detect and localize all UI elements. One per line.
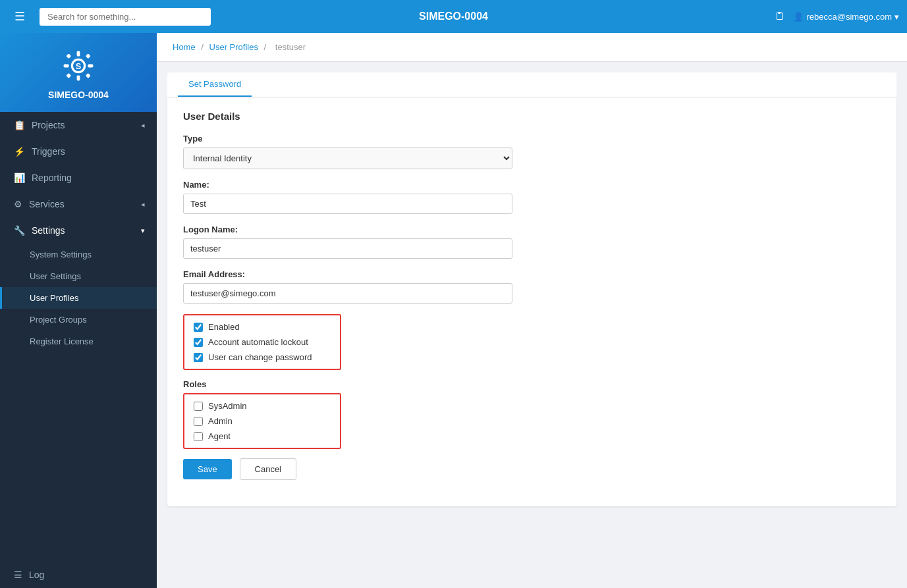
content-area: Home / User Profiles / testuser Set Pass… <box>157 33 907 588</box>
user-change-password-checkbox[interactable] <box>194 353 203 362</box>
sidebar-sub-user-settings[interactable]: User Settings <box>0 265 157 287</box>
svg-rect-4 <box>88 65 93 68</box>
email-label: Email Address: <box>183 269 881 279</box>
app-title: SIMEGO-0004 <box>419 11 488 22</box>
logon-name-input[interactable] <box>183 238 512 259</box>
notification-icon[interactable]: 🗒 <box>775 11 785 22</box>
account-lockout-label: Account automatic lockout <box>208 337 308 347</box>
sidebar-item-projects[interactable]: 📋 Projects ◂ <box>0 112 157 138</box>
svg-text:S: S <box>76 61 82 71</box>
admin-checkbox[interactable] <box>194 417 203 426</box>
agent-role-item: Agent <box>194 431 331 441</box>
breadcrumb-sep1: / <box>201 42 206 52</box>
user-change-password-label: User can change password <box>208 352 312 362</box>
admin-role-item: Admin <box>194 416 331 426</box>
breadcrumb: Home / User Profiles / testuser <box>157 33 907 62</box>
sidebar-item-log[interactable]: ☰ Log <box>0 562 157 588</box>
settings-arrow: ▾ <box>141 227 145 235</box>
sidebar-sub-system-settings[interactable]: System Settings <box>0 244 157 265</box>
sidebar-label-projects: Projects <box>32 120 65 130</box>
name-input[interactable] <box>183 194 512 214</box>
svg-rect-1 <box>77 51 80 57</box>
save-button[interactable]: Save <box>183 459 232 479</box>
name-label: Name: <box>183 180 881 190</box>
sidebar-brand: S SIMEGO-0004 <box>0 33 157 112</box>
tabs-bar: Set Password <box>167 72 896 97</box>
admin-label: Admin <box>208 416 233 426</box>
section-title: User Details <box>183 111 881 122</box>
brand-icon: S <box>59 46 98 86</box>
tab-set-password[interactable]: Set Password <box>178 72 252 97</box>
cancel-button[interactable]: Cancel <box>240 458 296 480</box>
main-layout: S SIMEGO-0004 📋 Projects ◂ ⚡ Triggers 📊 … <box>0 33 907 588</box>
topbar-right: 🗒 👤 rebecca@simego.com ▾ <box>775 11 899 22</box>
email-input[interactable] <box>183 283 512 304</box>
user-settings-label: User Settings <box>30 271 81 281</box>
sidebar-brand-name: SIMEGO-0004 <box>48 90 109 100</box>
type-select[interactable]: Internal Identity External Identity LDAP <box>183 147 512 169</box>
sidebar: S SIMEGO-0004 📋 Projects ◂ ⚡ Triggers 📊 … <box>0 33 157 588</box>
options-checkbox-group: Enabled Account automatic lockout User c… <box>183 314 341 370</box>
sidebar-item-services[interactable]: ⚙ Services ◂ <box>0 191 157 217</box>
topbar: ☰ SIMEGO-0004 🗒 👤 rebecca@simego.com ▾ <box>0 0 907 33</box>
sysadmin-label: SysAdmin <box>208 401 247 411</box>
account-lockout-checkbox[interactable] <box>194 338 203 347</box>
user-icon: 👤 <box>793 12 804 22</box>
type-group: Type Internal Identity External Identity… <box>183 134 881 169</box>
services-arrow: ◂ <box>141 200 145 209</box>
breadcrumb-home[interactable]: Home <box>173 42 196 52</box>
sysadmin-checkbox[interactable] <box>194 402 203 411</box>
logon-name-group: Logon Name: <box>183 225 881 259</box>
sidebar-item-reporting[interactable]: 📊 Reporting <box>0 165 157 191</box>
settings-icon: 🔧 <box>14 225 25 236</box>
enabled-checkbox[interactable] <box>194 323 203 332</box>
user-change-password-checkbox-item: User can change password <box>194 352 331 362</box>
svg-rect-3 <box>64 65 69 68</box>
breadcrumb-current: testuser <box>275 42 306 52</box>
sidebar-label-log: Log <box>29 570 44 580</box>
svg-rect-8 <box>86 73 91 78</box>
sysadmin-role-item: SysAdmin <box>194 401 331 411</box>
email-group: Email Address: <box>183 269 881 304</box>
account-lockout-checkbox-item: Account automatic lockout <box>194 337 331 347</box>
form-actions: Save Cancel <box>183 458 881 493</box>
sidebar-label-triggers: Triggers <box>32 146 65 157</box>
register-license-label: Register License <box>30 336 94 346</box>
agent-checkbox[interactable] <box>194 432 203 441</box>
roles-checkbox-group: SysAdmin Admin Agent <box>183 393 341 449</box>
sidebar-label-reporting: Reporting <box>32 173 72 183</box>
name-group: Name: <box>183 180 881 214</box>
svg-rect-2 <box>77 75 80 80</box>
sidebar-label-settings: Settings <box>32 225 65 236</box>
sidebar-item-triggers[interactable]: ⚡ Triggers <box>0 138 157 165</box>
project-groups-label: Project Groups <box>30 315 87 325</box>
type-label: Type <box>183 134 881 144</box>
projects-icon: 📋 <box>14 120 25 130</box>
svg-rect-6 <box>86 53 91 59</box>
breadcrumb-sep2: / <box>264 42 269 52</box>
projects-arrow: ◂ <box>141 121 145 130</box>
enabled-label: Enabled <box>208 322 240 332</box>
user-profiles-label: User Profiles <box>30 293 78 303</box>
enabled-checkbox-item: Enabled <box>194 322 331 332</box>
search-input[interactable] <box>40 8 211 26</box>
user-details-card: User Details Type Internal Identity Exte… <box>167 97 896 506</box>
sidebar-sub-project-groups[interactable]: Project Groups <box>0 309 157 331</box>
triggers-icon: ⚡ <box>14 146 25 157</box>
svg-rect-7 <box>66 73 71 78</box>
log-icon: ☰ <box>14 570 22 580</box>
breadcrumb-user-profiles[interactable]: User Profiles <box>209 42 258 52</box>
roles-label: Roles <box>183 379 881 389</box>
sidebar-sub-user-profiles[interactable]: User Profiles <box>0 287 157 309</box>
services-icon: ⚙ <box>14 199 22 209</box>
form-section: User Details Type Internal Identity Exte… <box>167 97 896 506</box>
user-dropdown-arrow: ▾ <box>894 12 899 22</box>
sidebar-label-services: Services <box>29 199 65 209</box>
user-menu[interactable]: 👤 rebecca@simego.com ▾ <box>793 12 899 22</box>
sidebar-item-settings[interactable]: 🔧 Settings ▾ <box>0 217 157 244</box>
system-settings-label: System Settings <box>30 250 92 259</box>
agent-label: Agent <box>208 431 231 441</box>
svg-rect-5 <box>66 53 71 59</box>
sidebar-sub-register-license[interactable]: Register License <box>0 331 157 352</box>
menu-toggle-button[interactable]: ☰ <box>8 5 32 28</box>
